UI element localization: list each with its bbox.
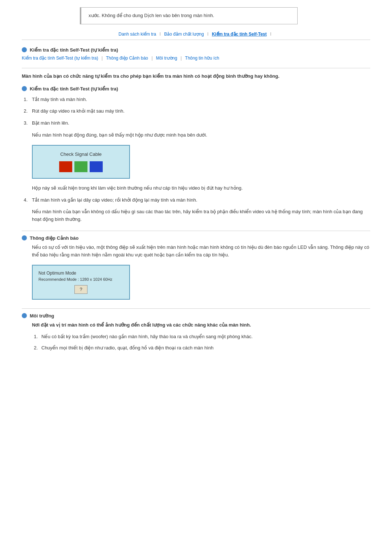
sub-nav-link-2[interactable]: Thông điệp Cảnh báo xyxy=(106,56,148,61)
step-4-text: Tắt màn hình và gắn lại dây cáp video; r… xyxy=(32,197,197,204)
step-4-num: 4. xyxy=(22,197,28,204)
breadcrumb-sep-2: I xyxy=(207,32,208,37)
sub-navigation: Kiểm tra đặc tính Self-Test (tự kiểm tra… xyxy=(22,56,370,61)
after-step3-text: Nếu màn hình hoạt động đúng, bạn sẽ thấy… xyxy=(22,131,370,139)
step-1-num: 1. xyxy=(22,96,28,104)
env-item-1-num: 1. xyxy=(32,333,38,341)
warning-dot xyxy=(22,235,27,240)
intro-text: Màn hình của bạn có chức năng tự kiểm tr… xyxy=(22,73,370,80)
top-box-text: xước. Không để cho dung Dịch len vào bên… xyxy=(89,13,214,18)
step-4-list: 4. Tắt màn hình và gắn lại dây cáp video… xyxy=(22,197,370,204)
sub-nav-link-3[interactable]: Môi trường xyxy=(156,56,177,61)
after-step4-text: Nếu màn hình của bạn vẫn không có dấu hi… xyxy=(22,208,370,223)
self-test-section: Kiểm tra đặc tính Self-Test (tự kiểm tra… xyxy=(22,86,370,223)
env-item-2-text: Chuyển mọi thiết bị điện như radio, quạt… xyxy=(41,344,213,352)
sub-nav-sep-2: | xyxy=(151,56,152,61)
step-3-num: 3. xyxy=(22,119,28,127)
color-block-blue xyxy=(90,161,103,172)
box-note-text: Hộp này sẽ xuất hiện trong khi làm việc … xyxy=(22,185,370,192)
warning-btn-container: ? xyxy=(38,285,123,294)
breadcrumb: Danh sách kiểm tra I Bảo đảm chất lượng … xyxy=(22,32,370,40)
page-title-row: Kiểm tra đặc tính Self-Test (tự kiểm tra… xyxy=(22,47,370,53)
breadcrumb-item-2[interactable]: Bảo đảm chất lượng xyxy=(164,32,204,37)
warning-box-line2: Recommended Mode : 1280 x 1024 60Hz xyxy=(38,277,123,281)
env-dot xyxy=(22,313,27,318)
breadcrumb-sep-3: I xyxy=(270,32,271,37)
page-wrapper: xước. Không để cho dung Dịch len vào bên… xyxy=(0,0,392,377)
env-item-2-num: 2. xyxy=(32,344,38,352)
warning-text: Nếu có sự cố với tín hiệu vào, một thông… xyxy=(22,244,370,259)
self-test-dot xyxy=(22,86,27,91)
sub-nav-sep-3: | xyxy=(181,56,182,61)
question-button[interactable]: ? xyxy=(74,285,87,294)
page-title: Kiểm tra đặc tính Self-Test (tự kiểm tra… xyxy=(30,47,118,53)
self-test-title: Kiểm tra đặc tính Self-Test (tự kiểm tra… xyxy=(30,86,118,92)
sub-nav-link-1[interactable]: Kiểm tra đặc tính Self-Test (tự kiểm tra… xyxy=(22,56,98,61)
step-4: 4. Tắt màn hình và gắn lại dây cáp video… xyxy=(22,197,370,204)
env-list: 1. Nếu có bất kỳ loa trầm (woofer) nào g… xyxy=(32,333,370,352)
env-item-1: 1. Nếu có bất kỳ loa trầm (woofer) nào g… xyxy=(32,333,370,341)
top-divider xyxy=(22,68,370,68)
warning-box-line1: Not Optimum Mode xyxy=(38,271,123,276)
breadcrumb-sep-1: I xyxy=(160,32,161,37)
top-content-box: xước. Không để cho dung Dịch len vào bên… xyxy=(80,7,298,24)
step-2-text: Rút dây cáp video ra khỏi mặt sau máy tí… xyxy=(32,108,124,115)
env-item-1-text: Nếu có bất kỳ loa trầm (woofer) nào gần … xyxy=(41,333,253,341)
color-blocks xyxy=(40,161,122,172)
mid-divider-1 xyxy=(22,231,370,231)
warning-box: Not Optimum Mode Recommended Mode : 1280… xyxy=(32,265,130,300)
self-test-steps: 1. Tắt máy tính và màn hình. 2. Rút dây … xyxy=(22,96,370,127)
step-1-text: Tắt máy tính và màn hình. xyxy=(32,96,87,104)
breadcrumb-item-3[interactable]: Kiểm tra đặc tính Self-Test xyxy=(212,32,267,37)
warning-title-row: Thông điệp Cảnh báo xyxy=(22,235,370,241)
sub-nav-sep-1: | xyxy=(102,56,103,61)
breadcrumb-item-1[interactable]: Danh sách kiểm tra xyxy=(119,32,156,37)
sub-nav-link-4[interactable]: Thông tin hữu ích xyxy=(185,56,219,61)
signal-cable-box: Check Signal Cable xyxy=(32,145,130,179)
step-3-text: Bật màn hình lên. xyxy=(32,119,69,127)
env-title-row: Môi trường xyxy=(22,313,370,319)
env-title: Môi trường xyxy=(30,313,54,319)
env-item-2: 2. Chuyển mọi thiết bị điện như radio, q… xyxy=(32,344,370,352)
step-2: 2. Rút dây cáp video ra khỏi mặt sau máy… xyxy=(22,108,370,115)
color-block-red xyxy=(59,161,72,172)
warning-section: Thông điệp Cảnh báo Nếu có sự cố với tín… xyxy=(22,235,370,300)
self-test-title-row: Kiểm tra đặc tính Self-Test (tự kiểm tra… xyxy=(22,86,370,92)
env-bold-text: Nơi đặt và vị trí màn hình có thể ảnh hư… xyxy=(22,321,370,329)
step-3: 3. Bật màn hình lên. xyxy=(22,119,370,127)
page-title-dot xyxy=(22,47,27,52)
signal-box-title: Check Signal Cable xyxy=(40,151,122,157)
mid-divider-2 xyxy=(22,308,370,309)
environment-section: Môi trường Nơi đặt và vị trí màn hình có… xyxy=(22,313,370,352)
step-2-num: 2. xyxy=(22,108,28,115)
color-block-green xyxy=(74,161,87,172)
step-1: 1. Tắt máy tính và màn hình. xyxy=(22,96,370,104)
warning-title: Thông điệp Cảnh báo xyxy=(30,235,78,241)
